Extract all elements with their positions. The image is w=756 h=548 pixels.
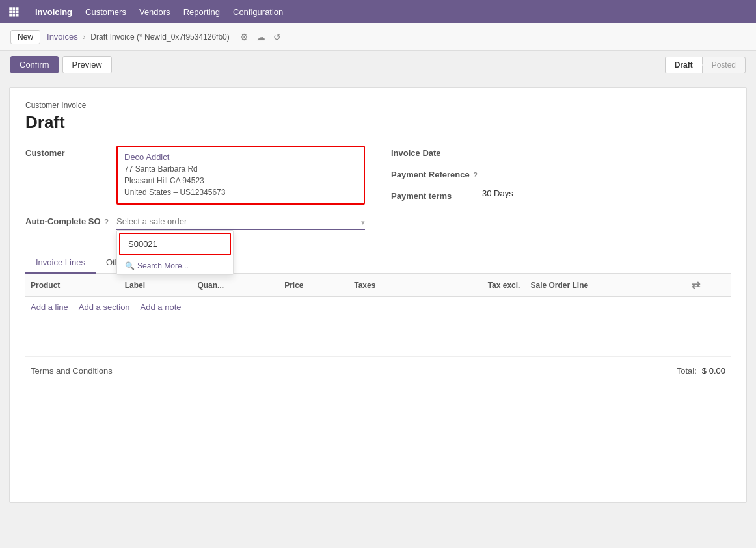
add-note-link[interactable]: Add a note	[141, 302, 182, 312]
payment-reference-help-icon: ?	[473, 171, 478, 179]
invoice-type-label: Customer Invoice	[25, 101, 731, 110]
terms-area: Terms and Conditions	[31, 366, 113, 376]
col-tax-excl: Tax excl.	[424, 274, 525, 297]
customer-address-1: 77 Santa Barbara Rd	[124, 163, 357, 175]
terms-placeholder: Terms and Conditions	[31, 366, 113, 376]
customer-label: Customer	[25, 146, 116, 158]
total-area: Total: $ 0.00	[677, 366, 725, 376]
nav-customers[interactable]: Customers	[79, 0, 133, 23]
sale-order-dropdown: S00021 🔍 Search More...	[116, 230, 234, 275]
status-posted-button[interactable]: Posted	[702, 57, 746, 73]
col-taxes: Taxes	[349, 274, 424, 297]
footer-row: Terms and Conditions Total: $ 0.00	[25, 356, 731, 385]
breadcrumb-bar: New Invoices › Draft Invoice (* NewId_0x…	[0, 23, 756, 51]
breadcrumb-parent[interactable]: Invoices	[47, 32, 78, 42]
customer-name: Deco Addict	[124, 152, 357, 162]
col-sort: ⇄	[686, 274, 731, 297]
form-left: Customer Deco Addict 77 Santa Barbara Rd…	[25, 146, 365, 239]
col-quantity: Quan...	[192, 274, 279, 297]
col-price: Price	[279, 274, 349, 297]
invoice-date-row: Invoice Date	[391, 146, 731, 158]
svg-rect-6	[9, 14, 12, 17]
table-header-row: Product Label Quan... Price Taxes Tax ex…	[25, 274, 731, 297]
add-section-link[interactable]: Add a section	[79, 302, 130, 312]
cloud-icon[interactable]: ☁	[255, 31, 267, 44]
customer-address-3: United States – US12345673	[124, 187, 357, 198]
nav-configuration[interactable]: Configuration	[226, 0, 290, 23]
nav-vendors[interactable]: Vendors	[133, 0, 177, 23]
svg-rect-0	[9, 7, 12, 10]
tab-invoice-lines[interactable]: Invoice Lines	[25, 252, 96, 274]
customer-field-row: Customer Deco Addict 77 Santa Barbara Rd…	[25, 146, 365, 205]
total-amount: $ 0.00	[702, 366, 725, 376]
form-section: Customer Deco Addict 77 Santa Barbara Rd…	[25, 146, 731, 239]
status-bar: Draft Posted	[665, 57, 746, 73]
payment-reference-label: Payment Reference ?	[391, 167, 482, 179]
autocomplete-wrapper: ▾ S00021 🔍 Search More...	[116, 214, 365, 230]
status-draft-button[interactable]: Draft	[665, 57, 702, 73]
dropdown-item-s00021[interactable]: S00021	[119, 233, 231, 255]
add-links: Add a line Add a section Add a note	[25, 297, 731, 317]
total-label: Total:	[677, 366, 697, 376]
svg-rect-1	[13, 7, 16, 10]
payment-terms-value[interactable]: 30 Days	[482, 189, 731, 198]
add-line-link[interactable]: Add a line	[31, 302, 68, 312]
breadcrumb: Invoices › Draft Invoice (* NewId_0x7f95…	[47, 32, 230, 42]
dropdown-arrow-icon: ▾	[361, 218, 365, 226]
svg-rect-5	[16, 11, 19, 14]
customer-address-2: Pleasant Hill CA 94523	[124, 175, 357, 187]
svg-rect-2	[16, 7, 19, 10]
customer-value: Deco Addict 77 Santa Barbara Rd Pleasant…	[116, 146, 365, 205]
payment-reference-row: Payment Reference ?	[391, 167, 731, 179]
form-right: Invoice Date Payment Reference ? Payment…	[391, 146, 731, 239]
invoice-date-label: Invoice Date	[391, 146, 482, 158]
main-content: Customer Invoice Draft Customer Deco Add…	[9, 87, 747, 503]
action-bar: Confirm Preview Draft Posted	[0, 51, 756, 79]
col-label: Label	[120, 274, 193, 297]
settings-icon[interactable]: ⚙	[239, 31, 250, 44]
breadcrumb-separator: ›	[83, 32, 85, 42]
svg-rect-7	[13, 14, 16, 17]
sort-icon: ⇄	[692, 280, 700, 291]
autocomplete-label: Auto-Complete SO ?	[25, 214, 116, 226]
payment-terms-label: Payment terms	[391, 189, 482, 201]
svg-rect-8	[16, 14, 19, 17]
col-product: Product	[25, 274, 120, 297]
refresh-icon[interactable]: ↺	[272, 31, 282, 44]
autocomplete-input[interactable]	[116, 214, 365, 230]
new-button[interactable]: New	[10, 30, 40, 44]
payment-terms-row: Payment terms 30 Days	[391, 189, 731, 201]
customer-box[interactable]: Deco Addict 77 Santa Barbara Rd Pleasant…	[116, 146, 365, 205]
grid-icon[interactable]	[8, 6, 20, 18]
confirm-button[interactable]: Confirm	[10, 56, 59, 73]
col-sale-order-line: Sale Order Line	[525, 274, 686, 297]
breadcrumb-current: Draft Invoice (* NewId_0x7f9534126fb0)	[90, 33, 229, 42]
nav-invoicing[interactable]: Invoicing	[29, 0, 79, 23]
dropdown-search-more[interactable]: 🔍 Search More...	[117, 257, 233, 274]
nav-reporting[interactable]: Reporting	[177, 0, 226, 23]
autocomplete-field-row: Auto-Complete SO ? ▾ S00021 🔍 Search Mor…	[25, 214, 365, 230]
svg-rect-3	[9, 11, 12, 14]
action-buttons: Confirm Preview	[10, 56, 112, 73]
preview-button[interactable]: Preview	[62, 56, 112, 73]
invoice-table: Product Label Quan... Price Taxes Tax ex…	[25, 274, 731, 297]
svg-rect-4	[13, 11, 16, 14]
search-icon: 🔍	[125, 261, 135, 270]
breadcrumb-icons: ⚙ ☁ ↺	[239, 31, 282, 44]
autocomplete-help-icon: ?	[104, 218, 109, 226]
invoice-draft-title: Draft	[25, 112, 731, 133]
top-navigation: Invoicing Customers Vendors Reporting Co…	[0, 0, 756, 23]
